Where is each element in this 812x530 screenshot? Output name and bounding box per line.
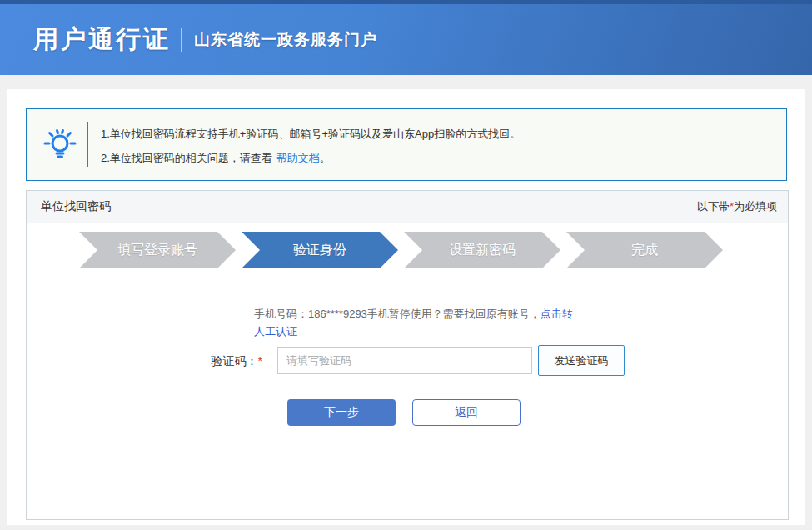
step-set-new-password: 设置新密码 xyxy=(404,232,560,268)
section-title: 单位找回密码 xyxy=(41,199,111,214)
section-titlebar: 单位找回密码 以下带*为必填项 xyxy=(27,191,788,223)
notice-line-2: 2.单位找回密码的相关问题，请查看帮助文档。 xyxy=(101,146,767,170)
notice-line-1: 1.单位找回密码流程支持手机+验证码、邮箱号+验证码以及爱山东App扫脸的方式找… xyxy=(101,122,767,146)
captcha-label: 验证码：* xyxy=(192,354,262,369)
header-banner: 用户通行证 山东省统一政务服务门户 xyxy=(0,4,812,75)
help-doc-link[interactable]: 帮助文档 xyxy=(276,152,320,164)
step-fill-account: 填写登录账号 xyxy=(79,232,236,268)
lightbulb-icon xyxy=(40,124,80,164)
captcha-required-star: * xyxy=(258,354,262,368)
captcha-input[interactable] xyxy=(277,347,532,374)
next-step-button[interactable]: 下一步 xyxy=(287,399,396,426)
required-fields-note: 以下带*为必填项 xyxy=(697,199,777,214)
password-recovery-page: 用户通行证 山东省统一政务服务门户 1.单位找回密码流程支持手机+验证码、邮箱号… xyxy=(0,0,812,530)
phone-info-text: 手机号码：186****9293手机暂停使用？需要找回原有账号，点击转人工认证 xyxy=(254,305,574,340)
notice-vertical-divider xyxy=(87,122,88,167)
send-code-button[interactable]: 发送验证码 xyxy=(538,345,625,376)
brand-title: 用户通行证 xyxy=(33,22,171,57)
step-verify-identity: 验证身份 xyxy=(242,232,398,268)
portal-name: 山东省统一政务服务门户 xyxy=(194,29,377,51)
step-complete: 完成 xyxy=(566,232,723,268)
back-button[interactable]: 返回 xyxy=(412,399,521,426)
step-indicator: 填写登录账号 验证身份 设置新密码 完成 xyxy=(79,232,723,268)
header-divider xyxy=(181,28,182,52)
notice-text: 1.单位找回密码流程支持手机+验证码、邮箱号+验证码以及爱山东App扫脸的方式找… xyxy=(101,122,767,170)
